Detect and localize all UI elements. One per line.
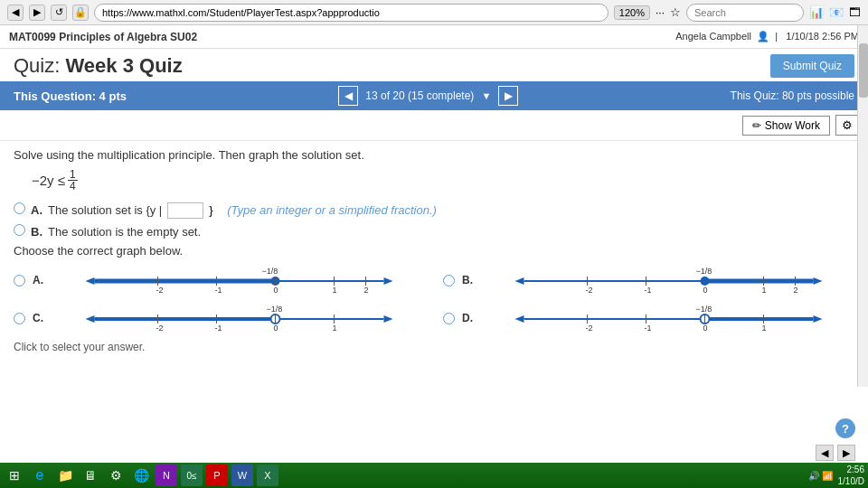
system-tray: 🔊 📶 bbox=[808, 471, 833, 481]
svg-text:-1: -1 bbox=[215, 324, 222, 333]
option-B-text: The solution is the empty set. bbox=[48, 225, 201, 239]
option-A-radio[interactable] bbox=[14, 202, 25, 214]
bottom-nav: ◀ ▶ bbox=[816, 445, 855, 461]
computer-icon[interactable]: 🖥 bbox=[80, 465, 101, 486]
problem-instruction: Solve using the multiplication principle… bbox=[14, 148, 854, 162]
bottom-prev-btn[interactable]: ◀ bbox=[816, 445, 834, 461]
main-content: Solve using the multiplication principle… bbox=[0, 141, 868, 361]
app-header: MAT0099 Principles of Algebra SU02 Angel… bbox=[0, 25, 868, 49]
ellipsis-btn[interactable]: ··· bbox=[656, 6, 665, 19]
graph-B-svg: -2 -1 0 1 2 −1/8 bbox=[483, 263, 854, 295]
submit-quiz-button[interactable]: Submit Quiz bbox=[770, 54, 854, 78]
question-counter: 13 of 20 (15 complete) bbox=[365, 89, 474, 102]
quiz-title: Quiz: Week 3 Quiz bbox=[14, 54, 183, 78]
pencil-icon: ✏ bbox=[752, 119, 761, 132]
question-header: This Question: 4 pts ◀ 13 of 20 (15 comp… bbox=[0, 81, 868, 110]
scrollbar-thumb[interactable] bbox=[859, 43, 868, 98]
address-bar[interactable] bbox=[94, 4, 609, 22]
option-A-label: A. bbox=[31, 203, 42, 217]
search-input[interactable] bbox=[686, 4, 804, 22]
option-A-text: The solution set is {y | bbox=[48, 203, 162, 217]
pdf-icon[interactable]: P bbox=[206, 465, 228, 486]
graph-A-item: A. -2 bbox=[14, 263, 425, 297]
svg-text:0: 0 bbox=[703, 286, 708, 295]
quiz-pts: This Quiz: 80 pts possible bbox=[731, 89, 854, 102]
excel-icon[interactable]: X bbox=[257, 465, 278, 486]
svg-marker-33 bbox=[384, 315, 393, 323]
prev-question-btn[interactable]: ◀ bbox=[338, 86, 358, 106]
gear-icon: ⚙ bbox=[842, 118, 853, 132]
nav-controls: ◀ 13 of 20 (15 complete) ▼ ▶ bbox=[338, 86, 518, 106]
home-btn[interactable]: 🔒 bbox=[72, 5, 89, 21]
graph-D-number-line: -2 -1 0 1 −1/8 bbox=[483, 301, 854, 335]
graph-A-radio[interactable] bbox=[14, 275, 25, 286]
graph-D-item: D. -2 -1 bbox=[443, 301, 854, 335]
graph-C-label: C. bbox=[33, 312, 46, 324]
taskbar: ⊞ e 📁 🖥 ⚙ 🌐 N 0≤ P W X 🔊 📶 2:56 1/10/D bbox=[0, 463, 868, 488]
svg-text:−1/8: −1/8 bbox=[696, 267, 712, 276]
click-instruction: Click to select your answer. bbox=[14, 341, 854, 353]
svg-text:1: 1 bbox=[762, 286, 767, 295]
globe-icon[interactable]: 🌐 bbox=[130, 465, 152, 486]
graph-A-svg: -2 -1 0 1 2 −1/8 bbox=[53, 263, 425, 295]
svg-text:2: 2 bbox=[364, 286, 369, 295]
svg-text:−1/8: −1/8 bbox=[696, 305, 712, 314]
graph-B-item: B. -2 -1 bbox=[443, 263, 854, 297]
svg-text:-1: -1 bbox=[215, 286, 222, 295]
show-work-button[interactable]: ✏ Show Work bbox=[742, 116, 830, 136]
svg-text:1: 1 bbox=[333, 324, 337, 333]
quiz-name: Week 3 Quiz bbox=[65, 54, 182, 77]
option-A-input[interactable] bbox=[167, 202, 203, 219]
folder-icon[interactable]: 📁 bbox=[54, 465, 76, 486]
closing-brace: } bbox=[209, 203, 212, 217]
svg-text:-2: -2 bbox=[156, 286, 164, 295]
browser-icon-3: 🗔 bbox=[849, 5, 861, 19]
excel-alt-icon[interactable]: 0≤ bbox=[181, 465, 203, 486]
svg-marker-47 bbox=[814, 315, 823, 323]
zoom-level: 120% bbox=[614, 5, 650, 20]
quiz-title-bar: Quiz: Week 3 Quiz Submit Quiz bbox=[0, 49, 868, 81]
help-button[interactable]: ? bbox=[835, 418, 855, 438]
svg-text:-2: -2 bbox=[586, 324, 593, 333]
svg-text:0: 0 bbox=[703, 324, 708, 333]
back-btn[interactable]: ◀ bbox=[7, 5, 24, 21]
svg-marker-2 bbox=[86, 277, 95, 285]
settings-button[interactable]: ⚙ bbox=[835, 115, 859, 136]
graph-section-title: Choose the correct graph below. bbox=[14, 244, 854, 258]
svg-marker-34 bbox=[86, 315, 95, 323]
dropdown-icon[interactable]: ▼ bbox=[481, 90, 491, 101]
graph-A-label: A. bbox=[33, 274, 46, 286]
settings-icon[interactable]: ⚙ bbox=[105, 465, 127, 486]
browser-icon-2: 📧 bbox=[829, 5, 844, 19]
svg-marker-18 bbox=[515, 277, 524, 285]
username: Angela Campbell bbox=[675, 31, 751, 42]
svg-marker-48 bbox=[515, 315, 524, 323]
svg-text:0: 0 bbox=[274, 286, 278, 295]
taskbar-time: 2:56 1/10/D bbox=[838, 464, 864, 487]
user-datetime: Angela Campbell 👤 | 1/10/18 2:56 PM bbox=[675, 31, 859, 42]
start-button[interactable]: ⊞ bbox=[4, 465, 25, 486]
forward-btn[interactable]: ▶ bbox=[29, 5, 45, 21]
graphs-grid: A. -2 bbox=[14, 263, 854, 335]
option-B-radio[interactable] bbox=[14, 224, 25, 236]
option-B-row: B. The solution is the empty set. bbox=[14, 222, 854, 239]
graph-section: Choose the correct graph below. A. bbox=[14, 244, 854, 335]
ie-icon[interactable]: e bbox=[29, 465, 51, 486]
word-icon[interactable]: W bbox=[231, 465, 253, 486]
graph-B-number-line: -2 -1 0 1 2 −1/8 bbox=[483, 263, 854, 297]
scrollbar[interactable] bbox=[857, 25, 868, 387]
graph-D-radio[interactable] bbox=[443, 313, 455, 324]
graph-D-label: D. bbox=[462, 312, 476, 324]
browser-icon-1: 📊 bbox=[809, 5, 824, 19]
svg-text:2: 2 bbox=[794, 286, 798, 295]
bottom-next-btn[interactable]: ▶ bbox=[837, 445, 855, 461]
graph-A-number-line: -2 -1 0 1 2 −1/8 bbox=[53, 263, 425, 297]
refresh-btn[interactable]: ↺ bbox=[51, 5, 67, 21]
graph-C-radio[interactable] bbox=[14, 313, 25, 324]
next-question-btn[interactable]: ▶ bbox=[498, 86, 518, 106]
question-pts: This Question: 4 pts bbox=[14, 89, 127, 103]
svg-marker-17 bbox=[814, 277, 823, 285]
answer-options: A. The solution set is {y | } (Type an i… bbox=[14, 201, 854, 239]
onenote-icon[interactable]: N bbox=[156, 465, 177, 486]
graph-B-radio[interactable] bbox=[443, 275, 455, 286]
